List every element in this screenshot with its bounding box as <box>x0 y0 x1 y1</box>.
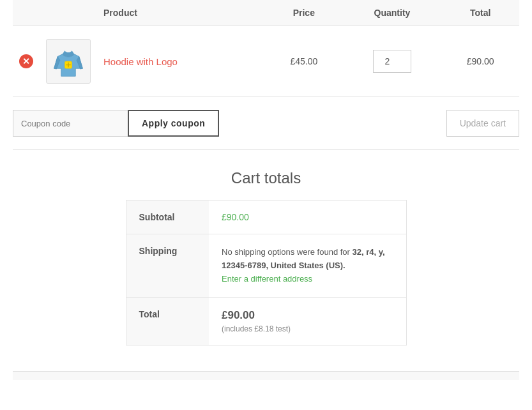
product-thumb-cell <box>40 26 97 97</box>
coupon-input[interactable] <box>13 110 128 137</box>
shipping-msg-text: No shipping options were found for <box>222 247 353 257</box>
shipping-message: No shipping options were found for 32, r… <box>222 246 393 285</box>
checkout-area <box>13 371 519 380</box>
product-name-cell: Hoodie with Logo <box>97 26 265 97</box>
total-amount: £90.00 <box>222 309 393 322</box>
cart-container: Product Price Quantity Total ✕ <box>0 0 532 380</box>
total-value-cell: £90.00 (includes £8.18 test) <box>209 298 406 345</box>
remove-icon: ✕ <box>22 57 30 66</box>
cart-totals-section: Cart totals Subtotal £90.00 Shipping <box>13 169 519 345</box>
remove-cell: ✕ <box>13 26 40 97</box>
col-header-thumb <box>40 0 97 26</box>
product-price: £45.00 <box>290 56 317 66</box>
table-row: ✕ <box>13 26 519 97</box>
product-name-link[interactable]: Hoodie with Logo <box>103 56 178 67</box>
product-price-cell: £45.00 <box>265 26 343 97</box>
hoodie-svg-icon <box>50 43 86 79</box>
shipping-value-cell: No shipping options were found for 32, r… <box>209 234 406 298</box>
col-header-remove <box>13 0 40 26</box>
product-thumbnail <box>46 39 91 84</box>
quantity-input[interactable] <box>373 50 411 73</box>
cart-totals-title: Cart totals <box>126 169 407 187</box>
col-header-total: Total <box>441 0 519 26</box>
apply-coupon-button[interactable]: Apply coupon <box>128 110 219 137</box>
total-includes: (includes £8.18 test) <box>222 324 393 333</box>
update-cart-button[interactable]: Update cart <box>446 110 519 137</box>
subtotal-row: Subtotal £90.00 <box>126 201 406 234</box>
total-label: Total <box>126 298 209 345</box>
subtotal-label: Subtotal <box>126 201 209 234</box>
remove-item-button[interactable]: ✕ <box>19 54 33 68</box>
shipping-row: Shipping No shipping options were found … <box>126 234 406 298</box>
subtotal-amount: £90.00 <box>222 212 249 222</box>
cart-actions: Apply coupon Update cart <box>13 97 519 150</box>
col-header-quantity: Quantity <box>343 0 442 26</box>
product-total: £90.00 <box>467 56 494 66</box>
cart-table: Product Price Quantity Total ✕ <box>13 0 519 97</box>
subtotal-value-cell: £90.00 <box>209 201 406 234</box>
product-quantity-cell <box>343 26 442 97</box>
col-header-product: Product <box>97 0 265 26</box>
total-row: Total £90.00 (includes £8.18 test) <box>126 298 406 345</box>
cart-totals: Cart totals Subtotal £90.00 Shipping <box>126 169 407 345</box>
product-total-cell: £90.00 <box>441 26 519 97</box>
shipping-address-link[interactable]: Enter a different address <box>222 274 312 284</box>
coupon-area: Apply coupon <box>13 110 219 137</box>
shipping-label: Shipping <box>126 234 209 298</box>
totals-table: Subtotal £90.00 Shipping No shipping opt… <box>126 200 407 345</box>
col-header-price: Price <box>265 0 343 26</box>
